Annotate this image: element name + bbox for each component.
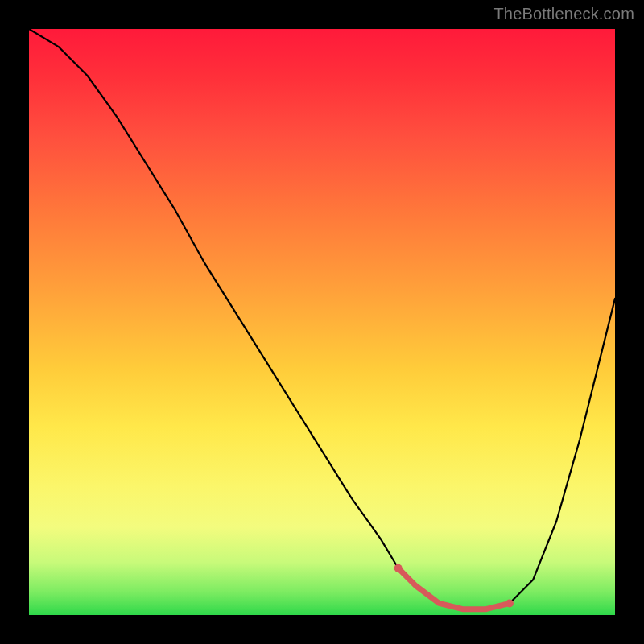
valley-start-dot <box>394 564 402 572</box>
chart-frame: TheBottleneck.com <box>0 0 644 644</box>
valley-highlight <box>398 568 510 609</box>
valley-end-dot <box>506 599 514 607</box>
watermark-text: TheBottleneck.com <box>493 5 634 23</box>
bottleneck-curve <box>29 29 615 609</box>
plot-area <box>29 29 615 615</box>
curve-svg <box>29 29 615 615</box>
